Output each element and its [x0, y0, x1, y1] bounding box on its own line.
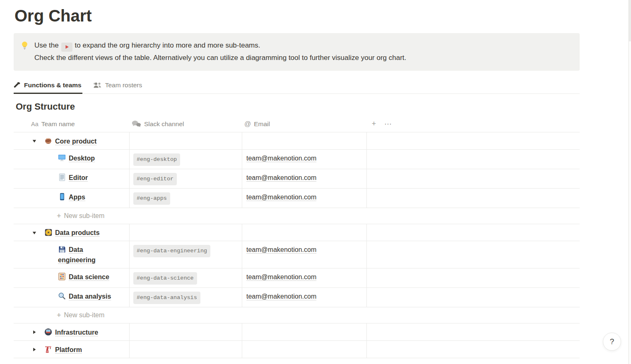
new-sub-item-button[interactable]: +New sub-item	[14, 208, 580, 224]
callout-line2: Check the different views of the table. …	[34, 52, 406, 64]
slack-channel-chip[interactable]: #eng-data-engineering	[133, 245, 210, 257]
team-name-link[interactable]: Apps	[69, 194, 85, 201]
empty-cell[interactable]	[367, 150, 580, 169]
team-name-cell[interactable]: Core product	[14, 132, 130, 150]
email-cell[interactable]	[242, 224, 367, 241]
slack-channel-cell[interactable]: #eng-data-engineering	[130, 241, 242, 268]
new-sub-item-button[interactable]: +New sub-item	[14, 307, 580, 323]
more-options-button[interactable]: ⋯	[383, 119, 393, 129]
email-cell[interactable]	[242, 341, 367, 358]
people-icon	[93, 82, 102, 89]
email-cell[interactable]: team@makenotion.com	[242, 169, 367, 189]
toggle-collapsed-icon[interactable]	[29, 327, 39, 337]
team-name-cell[interactable]: Data analysis	[14, 288, 130, 307]
team-name-cell[interactable]: Editor	[14, 169, 130, 189]
tab-team-rosters[interactable]: Team rosters	[93, 78, 143, 93]
team-name-cell[interactable]: Apps	[14, 189, 130, 208]
email-cell[interactable]: team@makenotion.com	[242, 288, 367, 307]
lightbulb-emoji	[20, 41, 29, 64]
team-name-cell[interactable]: Infrastructure	[14, 323, 130, 341]
team-name-link[interactable]: Data analysis	[69, 293, 111, 300]
tab-label: Functions & teams	[24, 81, 82, 89]
email-cell[interactable]	[242, 323, 367, 341]
email-link[interactable]: team@makenotion.com	[246, 273, 316, 280]
email-cell[interactable]	[242, 132, 367, 150]
empty-cell[interactable]	[367, 132, 580, 150]
email-link[interactable]: team@makenotion.com	[246, 293, 316, 300]
tab-functions-and-teams[interactable]: Functions & teams	[14, 78, 82, 93]
scrollbar-thumb[interactable]	[629, 0, 631, 41]
column-header-slack-channel[interactable]: Slack channel	[130, 116, 242, 132]
help-button[interactable]: ?	[603, 333, 621, 351]
slack-channel-chip[interactable]: #eng-desktop	[133, 153, 180, 166]
team-group-row: Data products	[14, 224, 580, 241]
team-name-link[interactable]: Data science	[69, 273, 109, 280]
empty-cell[interactable]	[367, 169, 580, 189]
team-name-wrap: Platform	[44, 344, 82, 355]
email-cell[interactable]: team@makenotion.com	[242, 268, 367, 288]
slack-channel-cell[interactable]	[130, 224, 242, 241]
column-header-email[interactable]: @ Email	[242, 116, 367, 132]
team-name-link[interactable]: Platform	[55, 346, 82, 353]
team-name-link[interactable]: Infrastructure	[55, 329, 98, 336]
slack-channel-chip[interactable]: #eng-apps	[133, 192, 170, 205]
at-sign-icon: @	[244, 120, 251, 128]
team-name-link[interactable]: Editor	[69, 174, 88, 181]
callout-text: Use theto expand the org hierarchy into …	[34, 39, 406, 64]
team-name-link[interactable]: Data products	[55, 229, 100, 236]
slack-channel-cell[interactable]: #eng-editor	[130, 169, 242, 189]
tab-label: Team rosters	[105, 81, 142, 89]
empty-cell[interactable]	[367, 224, 580, 241]
team-name-cell[interactable]: Platform	[14, 341, 130, 358]
team-row: Desktop#eng-desktopteam@makenotion.com	[14, 150, 580, 169]
team-name-link[interactable]: Desktop	[69, 155, 95, 162]
team-group-row: Platform	[14, 341, 580, 358]
knot-emoji	[44, 137, 52, 145]
slack-channel-cell[interactable]: #eng-data-science	[130, 268, 242, 288]
minidisc-emoji	[44, 229, 52, 236]
email-link[interactable]: team@makenotion.com	[246, 174, 316, 181]
team-name-wrap: Core product	[44, 136, 96, 146]
header-actions: + ⋯	[367, 116, 580, 132]
slack-channel-chip[interactable]: #eng-editor	[133, 173, 177, 185]
empty-cell[interactable]	[367, 268, 580, 288]
slack-channel-chip[interactable]: #eng-data-analysis	[133, 292, 200, 304]
email-link[interactable]: team@makenotion.com	[246, 194, 316, 201]
empty-cell[interactable]	[367, 189, 580, 208]
magnifier-emoji	[58, 292, 66, 300]
empty-cell[interactable]	[367, 241, 580, 268]
email-link[interactable]: team@makenotion.com	[246, 246, 316, 253]
slack-channel-cell[interactable]	[130, 323, 242, 341]
email-cell[interactable]: team@makenotion.com	[242, 241, 367, 268]
team-row: Apps#eng-appsteam@makenotion.com	[14, 189, 580, 208]
abacus-emoji	[58, 273, 66, 280]
slack-channel-cell[interactable]: #eng-data-analysis	[130, 288, 242, 307]
desktop-emoji	[58, 154, 66, 162]
slack-channel-cell[interactable]: #eng-apps	[130, 189, 242, 208]
email-cell[interactable]: team@makenotion.com	[242, 189, 367, 208]
add-column-button[interactable]: +	[368, 119, 379, 129]
page-scrollbar[interactable]	[629, 0, 631, 364]
slack-channel-cell[interactable]	[130, 132, 242, 150]
team-name-cell[interactable]: Data products	[14, 224, 130, 241]
empty-cell[interactable]	[367, 323, 580, 341]
toggle-collapsed-icon[interactable]	[29, 344, 39, 354]
team-name-cell[interactable]: Desktop	[14, 150, 130, 169]
team-name-cell[interactable]: Data science	[14, 268, 130, 288]
slack-channel-chip[interactable]: #eng-data-science	[133, 272, 197, 285]
column-header-team-name[interactable]: Aa Team name	[14, 116, 130, 132]
team-name-cell[interactable]: Data engineering	[14, 241, 130, 268]
toggle-expanded-icon[interactable]	[29, 228, 39, 238]
team-name-wrap: Data products	[44, 228, 100, 238]
empty-cell[interactable]	[367, 288, 580, 307]
slack-channel-cell[interactable]	[130, 341, 242, 358]
org-structure-table: Aa Team name Slack channel @ Email + ⋯ C…	[14, 116, 580, 358]
team-name-link[interactable]: Core product	[55, 138, 96, 145]
toggle-expanded-icon[interactable]	[29, 136, 39, 146]
email-link[interactable]: team@makenotion.com	[246, 155, 316, 162]
team-row: Data engineering#eng-data-engineeringtea…	[14, 241, 580, 268]
table-body: Core productDesktop#eng-desktopteam@make…	[14, 132, 580, 358]
slack-channel-cell[interactable]: #eng-desktop	[130, 150, 242, 169]
email-cell[interactable]: team@makenotion.com	[242, 150, 367, 169]
empty-cell[interactable]	[367, 341, 580, 358]
